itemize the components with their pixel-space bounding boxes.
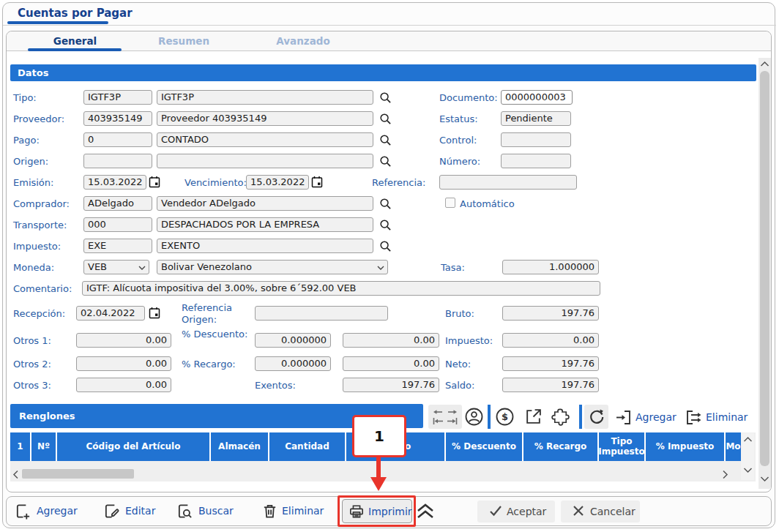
buscar-button[interactable]: Buscar bbox=[198, 505, 234, 517]
currency-icon[interactable]: $ bbox=[495, 407, 515, 427]
referencia-label: Referencia: bbox=[372, 177, 425, 188]
hscroll-left-icon[interactable] bbox=[12, 470, 19, 479]
otros1-field[interactable]: 0.00 bbox=[76, 333, 171, 348]
transporte-desc-field[interactable]: DESPACHADOS POR LA EMPRESA bbox=[157, 217, 373, 232]
find-icon[interactable] bbox=[176, 503, 193, 520]
editar-button[interactable]: Editar bbox=[125, 505, 155, 517]
pct-recargo-field[interactable]: 0.000000 bbox=[255, 356, 331, 371]
collapse-double-chevron-up-icon[interactable] bbox=[414, 501, 436, 521]
grid-eliminar-label[interactable]: Eliminar bbox=[706, 411, 748, 423]
impuesto-search-icon[interactable] bbox=[379, 240, 392, 252]
recargo-monto-field[interactable]: 0.00 bbox=[343, 356, 439, 371]
imprimir-label[interactable]: Imprimir bbox=[368, 506, 412, 517]
grid-header-pct-descuento[interactable]: % Descuento bbox=[446, 432, 522, 461]
agregar-button[interactable]: Agregar bbox=[37, 505, 78, 517]
delete-trash-icon[interactable] bbox=[261, 503, 278, 520]
origen-search-icon[interactable] bbox=[379, 155, 392, 168]
recepcion-calendar-icon[interactable] bbox=[149, 307, 160, 319]
page-vscroll-down-icon[interactable] bbox=[760, 476, 769, 482]
emision-calendar-icon[interactable] bbox=[149, 176, 160, 188]
user-icon[interactable] bbox=[464, 407, 484, 427]
recepcion-field[interactable]: 02.04.2022 bbox=[76, 306, 145, 321]
proveedor-code-field[interactable]: 403935149 bbox=[83, 111, 152, 126]
grid-header-rowmark[interactable]: 1 bbox=[10, 432, 30, 461]
grid-vscroll-down-icon[interactable] bbox=[743, 467, 753, 473]
origen-desc-field[interactable] bbox=[157, 154, 373, 168]
pct-descuento-field[interactable]: 0.000000 bbox=[255, 333, 331, 348]
row-remove-icon[interactable] bbox=[685, 408, 704, 426]
grid-header-cantidad[interactable]: Cantidad bbox=[269, 432, 345, 461]
grid-header-codigo-articulo[interactable]: Código del Artículo bbox=[57, 432, 209, 461]
documento-field[interactable]: 0000000003 bbox=[501, 90, 573, 105]
moneda-code-select[interactable]: VEB bbox=[83, 260, 149, 274]
proveedor-desc-field[interactable]: Proveedor 403935149 bbox=[157, 111, 373, 126]
column-resize-group[interactable] bbox=[428, 405, 462, 429]
vencimiento-field[interactable]: 15.03.2022 bbox=[246, 175, 309, 190]
print-icon[interactable] bbox=[348, 504, 365, 519]
edit-icon[interactable] bbox=[103, 503, 120, 520]
impuesto-desc-field[interactable]: EXENTO bbox=[157, 239, 373, 253]
transporte-code-field[interactable]: 000 bbox=[83, 217, 152, 232]
grid-header-almacen[interactable]: Almacén bbox=[211, 432, 268, 461]
transporte-search-icon[interactable] bbox=[379, 219, 392, 231]
annotation-step-callout: 1 bbox=[352, 415, 406, 457]
pago-desc-field[interactable]: CONTADO bbox=[157, 132, 373, 147]
emision-field[interactable]: 15.03.2022 bbox=[83, 175, 146, 190]
otros2-field[interactable]: 0.00 bbox=[76, 356, 171, 371]
add-icon[interactable] bbox=[15, 503, 31, 520]
neto-label: Neto: bbox=[445, 359, 471, 370]
grid-header-pct-impuesto[interactable]: % Impuesto bbox=[646, 432, 724, 461]
refresh-button[interactable] bbox=[584, 405, 608, 429]
pago-code-field[interactable]: 0 bbox=[83, 132, 152, 147]
grid-header-numero[interactable]: Nº bbox=[31, 432, 56, 461]
page-vscroll-up-icon[interactable] bbox=[760, 61, 769, 67]
pago-label: Pago: bbox=[13, 135, 40, 146]
open-external-icon[interactable] bbox=[524, 408, 543, 426]
tipo-desc-field[interactable]: IGTF3P bbox=[157, 90, 373, 105]
comentario-label: Comentario: bbox=[13, 283, 72, 294]
descuento-monto-field[interactable]: 0.00 bbox=[343, 333, 439, 348]
vencimiento-calendar-icon[interactable] bbox=[311, 176, 323, 188]
impuesto-code-field[interactable]: EXE bbox=[83, 239, 152, 253]
plugin-puzzle-icon[interactable] bbox=[550, 406, 571, 427]
comprador-code-field[interactable]: ADelgado bbox=[83, 196, 152, 211]
refresh-icon bbox=[588, 408, 605, 425]
otros3-field[interactable]: 0.00 bbox=[76, 378, 171, 392]
tipo-search-icon[interactable] bbox=[379, 91, 392, 104]
hscroll-thumb[interactable] bbox=[22, 469, 134, 479]
tipo-code-field[interactable]: IGTF3P bbox=[83, 90, 152, 105]
automatico-checkbox[interactable] bbox=[445, 198, 455, 208]
pago-search-icon[interactable] bbox=[379, 134, 392, 146]
moneda-desc-select[interactable]: Bolivar Venezolano bbox=[157, 260, 388, 274]
otros3-label: Otros 3: bbox=[13, 380, 51, 391]
page-vscroll-thumb[interactable] bbox=[760, 71, 769, 466]
pct-recargo-label: % Recargo: bbox=[182, 359, 236, 370]
numero-field[interactable] bbox=[501, 154, 571, 168]
estatus-label: Estatus: bbox=[439, 113, 478, 124]
control-field[interactable] bbox=[501, 132, 571, 147]
grid-header-pct-recargo[interactable]: % Recargo bbox=[523, 432, 597, 461]
otros1-label: Otros 1: bbox=[13, 335, 51, 346]
tab-resumen[interactable]: Resumen bbox=[143, 31, 225, 51]
grid-header-moneda[interactable]: Mo bbox=[726, 432, 741, 461]
referencia-field[interactable] bbox=[439, 175, 577, 190]
control-label: Control: bbox=[439, 135, 477, 146]
grid-vscroll-up-icon[interactable] bbox=[743, 436, 753, 443]
tasa-field[interactable]: 1.000000 bbox=[502, 260, 599, 274]
hscroll-right-icon[interactable] bbox=[722, 470, 728, 479]
comprador-desc-field[interactable]: Vendedor ADelgado bbox=[157, 196, 373, 211]
tab-avanzado[interactable]: Avanzado bbox=[260, 31, 346, 51]
row-add-icon[interactable] bbox=[615, 408, 633, 426]
aceptar-label: Aceptar bbox=[507, 506, 546, 517]
grid-header-tipo-impuesto[interactable]: Tipo Impuesto bbox=[599, 432, 644, 461]
grid-agregar-label[interactable]: Agregar bbox=[636, 411, 676, 423]
comprador-search-icon[interactable] bbox=[379, 198, 392, 210]
recepcion-label: Recepción: bbox=[13, 308, 65, 319]
bruto-field: 197.76 bbox=[502, 306, 599, 321]
comentario-field[interactable]: IGTF: Alícuota impositiva del 3.00%, sob… bbox=[82, 281, 600, 296]
eliminar-button[interactable]: Eliminar bbox=[282, 505, 324, 517]
proveedor-search-icon[interactable] bbox=[379, 113, 392, 125]
toolbar-divider bbox=[488, 405, 491, 429]
origen-code-field[interactable] bbox=[83, 154, 152, 168]
referencia-origen-field[interactable] bbox=[255, 306, 388, 321]
